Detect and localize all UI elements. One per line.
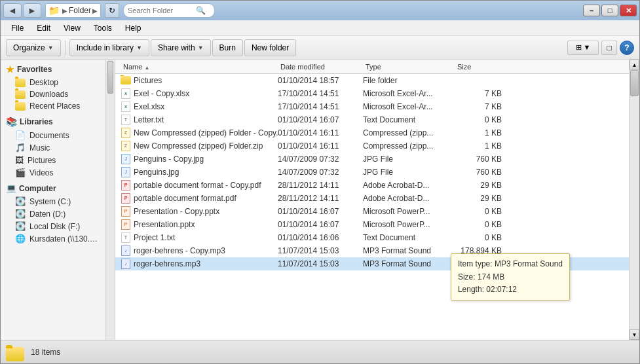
help-button[interactable]: ?: [620, 41, 634, 55]
col-name[interactable]: Name ▲: [121, 63, 278, 71]
folder-icon-small: 📁: [48, 5, 60, 16]
menu-view[interactable]: View: [58, 22, 86, 34]
file-date-cell: 11/07/2014 15:03: [278, 259, 363, 268]
burn-button[interactable]: Burn: [212, 39, 243, 56]
file-row[interactable]: J Penguins - Copy.jpg 14/07/2009 07:32 J…: [115, 153, 629, 166]
computer-header[interactable]: 💻 Computer: [1, 181, 115, 195]
address-bar[interactable]: 📁 ▶ Folder ▶: [45, 3, 101, 18]
file-name-cell: ♪ roger-behrens.mp3: [121, 259, 278, 269]
scroll-down-arrow[interactable]: ▼: [630, 329, 639, 340]
minimize-button[interactable]: –: [583, 5, 600, 16]
file-icon: Z: [121, 128, 131, 138]
sidebar-scrollbar[interactable]: [105, 60, 115, 340]
scroll-thumb[interactable]: [630, 70, 639, 96]
col-type[interactable]: Type: [363, 63, 455, 71]
favorites-header[interactable]: ★ Favorites: [1, 62, 115, 77]
drive-c-icon: 💽: [15, 196, 26, 206]
menu-bar: File Edit View Tools Help: [1, 20, 639, 36]
file-row[interactable]: Pictures 01/10/2014 18:57 File folder: [115, 74, 629, 87]
sidebar-item-documents[interactable]: 📄 Documents: [1, 129, 115, 141]
drive-d-icon: 💽: [15, 209, 26, 219]
favorites-label: Favorites: [17, 65, 52, 74]
file-date-cell: 01/10/2014 16:07: [278, 207, 363, 216]
back-button[interactable]: ◄: [3, 3, 22, 18]
favorites-section: ★ Favorites Desktop Downloads Recent Pla…: [1, 62, 115, 112]
file-type-cell: JPG File: [363, 168, 455, 177]
sidebar-item-datend[interactable]: 💽 Daten (D:): [1, 208, 115, 220]
sidebar-item-localf[interactable]: 💽 Local Disk (F:): [1, 220, 115, 232]
file-row[interactable]: P portable document format - Copy.pdf 28…: [115, 179, 629, 192]
sidebar-item-systemc[interactable]: 💽 System (C:): [1, 195, 115, 208]
file-row[interactable]: Z New Compressed (zipped) Folder - Copy.…: [115, 126, 629, 139]
forward-button[interactable]: ►: [23, 3, 41, 18]
sidebar-item-recent[interactable]: Recent Places: [1, 100, 115, 112]
sidebar-item-videos[interactable]: 🎬 Videos: [1, 166, 115, 179]
title-bar-left: ◄ ► 📁 ▶ Folder ▶ ↻ 🔍: [3, 3, 215, 18]
libraries-label: Libraries: [20, 117, 53, 126]
menu-file[interactable]: File: [6, 22, 29, 34]
menu-tools[interactable]: Tools: [88, 22, 117, 34]
sidebar-scroll-thumb[interactable]: [107, 61, 113, 94]
file-row[interactable]: X Exel.xlsx 17/10/2014 14:51 Microsoft E…: [115, 100, 629, 113]
file-icon: [121, 75, 131, 86]
file-row[interactable]: Z New Compressed (zipped) Folder.zip 01/…: [115, 139, 629, 153]
file-icon: X: [121, 101, 131, 112]
file-row[interactable]: X Exel - Copy.xlsx 17/10/2014 14:51 Micr…: [115, 87, 629, 100]
recent-label: Recent Places: [29, 101, 80, 111]
search-input[interactable]: [128, 7, 193, 14]
pictures-label: Pictures: [28, 156, 56, 165]
close-button[interactable]: ✕: [620, 5, 637, 16]
sidebar-item-desktop[interactable]: Desktop: [1, 77, 115, 88]
file-name-cell: P Presentation.pptx: [121, 219, 278, 230]
new-folder-button[interactable]: New folder: [244, 39, 296, 56]
file-name-cell: ♪ roger-behrens - Copy.mp3: [121, 246, 278, 256]
share-with-button[interactable]: Share with ▼: [151, 39, 211, 56]
sidebar-item-kursdaten[interactable]: 🌐 Kursdaten (\\130.75.67.60) (: [1, 232, 115, 245]
drive-f-icon: 💽: [15, 221, 26, 231]
file-name-cell: P Presentation - Copy.pptx: [121, 206, 278, 217]
file-row[interactable]: P portable document format.pdf 28/11/201…: [115, 192, 629, 205]
file-type-cell: Microsoft Excel-Ar...: [363, 89, 455, 98]
status-bar: 18 items: [1, 340, 639, 363]
file-row[interactable]: T Letter.txt 01/10/2014 16:07 Text Docum…: [115, 113, 629, 126]
file-type-cell: MP3 Format Sound: [363, 246, 455, 255]
file-icon: Z: [121, 141, 131, 151]
organize-button[interactable]: Organize ▼: [6, 39, 61, 56]
right-scrollbar[interactable]: ▲ ▼: [629, 60, 639, 340]
view-options-button[interactable]: ⊞ ▼: [567, 41, 599, 55]
file-row[interactable]: J Penguins.jpg 14/07/2009 07:32 JPG File…: [115, 166, 629, 179]
search-box[interactable]: 🔍: [123, 3, 215, 18]
sidebar-item-downloads[interactable]: Downloads: [1, 88, 115, 100]
status-folder-icon: [6, 343, 26, 361]
organize-arrow: ▼: [48, 45, 54, 51]
file-type-cell: Text Document: [363, 233, 455, 242]
file-type-cell: Compressed (zipp...: [363, 141, 455, 151]
menu-edit[interactable]: Edit: [31, 22, 56, 34]
col-date[interactable]: Date modified: [278, 63, 363, 71]
preview-button[interactable]: □: [601, 41, 617, 55]
scroll-up-arrow[interactable]: ▲: [630, 60, 639, 70]
file-size-cell: 760 KB: [455, 168, 507, 177]
file-icon: T: [121, 115, 131, 125]
tooltip-length: Length: 02:07:12: [458, 283, 563, 296]
include-library-button[interactable]: Include in library ▼: [69, 39, 149, 56]
file-name-cell: X Exel - Copy.xlsx: [121, 88, 278, 99]
sidebar-item-pictures[interactable]: 🖼 Pictures: [1, 154, 115, 166]
file-date-cell: 28/11/2012 14:11: [278, 181, 363, 190]
menu-help[interactable]: Help: [120, 22, 147, 34]
file-row[interactable]: P Presentation - Copy.pptx 01/10/2014 16…: [115, 205, 629, 218]
file-icon: P: [121, 180, 131, 191]
toolbar: Organize ▼ Include in library ▼ Share wi…: [1, 36, 639, 60]
file-date-cell: 14/07/2009 07:32: [278, 155, 363, 164]
refresh-button[interactable]: ↻: [105, 3, 119, 18]
col-size[interactable]: Size: [455, 63, 507, 71]
libraries-header[interactable]: 📚 Libraries: [1, 115, 115, 129]
sidebar-item-music[interactable]: 🎵 Music: [1, 141, 115, 154]
window: ◄ ► 📁 ▶ Folder ▶ ↻ 🔍 – □ ✕ Fi: [0, 0, 640, 364]
maximize-button[interactable]: □: [601, 5, 618, 16]
file-row[interactable]: T Project 1.txt 01/10/2014 16:06 Text Do…: [115, 231, 629, 244]
file-row[interactable]: P Presentation.pptx 01/10/2014 16:07 Mic…: [115, 218, 629, 231]
file-size-cell: 0 KB: [455, 233, 507, 242]
file-date-cell: 14/07/2009 07:32: [278, 168, 363, 177]
file-icon: ♪: [121, 246, 131, 256]
